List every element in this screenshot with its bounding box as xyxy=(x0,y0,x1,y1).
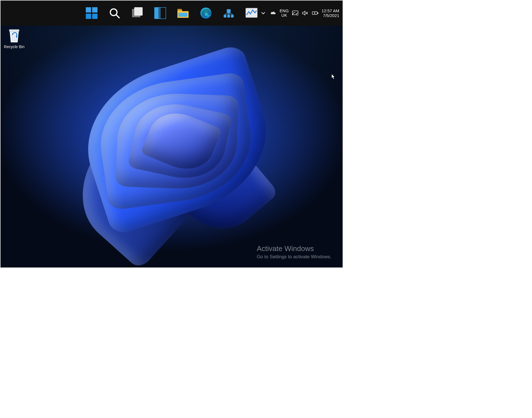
activation-watermark: Activate Windows Go to Settings to activ… xyxy=(257,244,331,260)
language-button[interactable]: ENG UK xyxy=(280,9,289,18)
start-button[interactable] xyxy=(86,7,98,19)
svg-marker-29 xyxy=(314,12,316,14)
svg-rect-16 xyxy=(231,15,234,18)
cast-button[interactable] xyxy=(292,9,299,17)
svg-rect-7 xyxy=(134,7,143,16)
svg-rect-28 xyxy=(318,13,318,14)
search-icon xyxy=(109,7,120,19)
svg-rect-2 xyxy=(86,14,91,19)
mouse-cursor-icon xyxy=(331,74,336,80)
process-explorer-icon xyxy=(223,8,234,19)
recycle-bin-label: Recycle Bin xyxy=(4,45,25,49)
tray-chevron-button[interactable] xyxy=(260,9,267,17)
volume-muted-icon xyxy=(302,11,308,16)
weather-button[interactable] xyxy=(270,9,277,17)
taskbar-center xyxy=(86,7,258,19)
task-manager-icon xyxy=(245,8,258,18)
task-manager-button[interactable] xyxy=(245,7,258,19)
widgets-button[interactable] xyxy=(154,7,166,19)
folder-icon xyxy=(177,8,189,18)
battery-button[interactable] xyxy=(312,9,319,17)
svg-line-5 xyxy=(116,15,119,18)
task-view-button[interactable] xyxy=(131,7,143,19)
language-primary: ENG xyxy=(280,9,289,13)
recycle-bin-icon xyxy=(8,28,21,43)
taskbar: ENG UK xyxy=(1,1,343,26)
chevron-down-icon xyxy=(261,11,265,15)
recycle-bin-desktop-icon[interactable]: Recycle Bin xyxy=(3,28,26,49)
wallpaper-bloom xyxy=(53,28,290,265)
svg-rect-14 xyxy=(224,15,226,18)
clock-button[interactable]: 12:57 AM 7/5/2021 xyxy=(322,8,340,18)
edge-icon xyxy=(200,7,212,19)
watermark-subtitle: Go to Settings to activate Windows. xyxy=(257,254,331,260)
svg-rect-9 xyxy=(154,7,159,19)
process-explorer-button[interactable] xyxy=(223,7,235,19)
battery-charging-icon xyxy=(312,11,319,15)
task-view-icon xyxy=(131,7,143,19)
screen: ENG UK xyxy=(0,0,343,268)
start-icon xyxy=(86,7,97,19)
language-secondary: UK xyxy=(281,13,287,18)
watermark-title: Activate Windows xyxy=(257,244,331,253)
system-tray: ENG UK xyxy=(260,1,340,26)
svg-rect-30 xyxy=(9,29,19,31)
svg-rect-0 xyxy=(86,7,91,13)
cast-icon xyxy=(292,11,298,16)
svg-rect-13 xyxy=(227,9,231,13)
search-button[interactable] xyxy=(108,7,121,19)
edge-button[interactable] xyxy=(200,7,212,19)
svg-rect-11 xyxy=(179,13,187,17)
file-explorer-button[interactable] xyxy=(177,7,189,19)
desktop[interactable]: Recycle Bin Activate Windows Go to Setti… xyxy=(1,26,343,267)
svg-rect-15 xyxy=(227,15,230,18)
clock-time: 12:57 AM xyxy=(322,8,339,13)
volume-button[interactable] xyxy=(302,9,309,17)
svg-rect-1 xyxy=(92,7,97,13)
svg-rect-3 xyxy=(92,14,97,19)
svg-rect-23 xyxy=(296,13,298,16)
clock-date: 7/5/2021 xyxy=(323,13,339,18)
cloud-icon xyxy=(270,11,276,15)
widgets-icon xyxy=(154,7,166,19)
